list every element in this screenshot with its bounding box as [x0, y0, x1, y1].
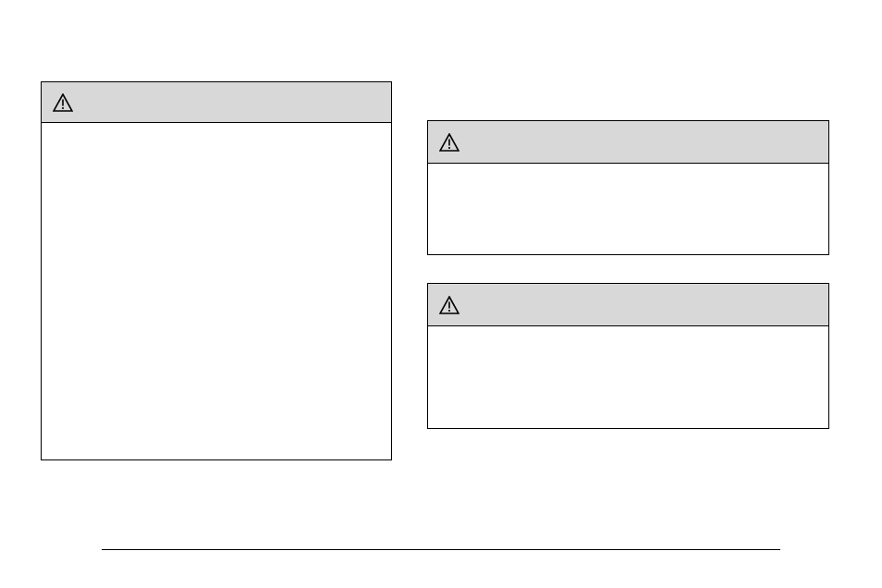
warning-panel-top-right: [427, 120, 829, 255]
warning-icon: [439, 133, 459, 152]
panel-body: [428, 326, 828, 428]
warning-icon: [53, 93, 73, 112]
svg-point-5: [448, 309, 450, 311]
warning-panel-left: [41, 81, 392, 460]
panel-header: [428, 284, 828, 326]
panel-header: [42, 82, 391, 123]
panel-body: [428, 164, 828, 254]
svg-point-3: [448, 146, 450, 148]
warning-panel-bottom-right: [427, 283, 829, 429]
horizontal-divider: [102, 549, 780, 550]
panel-body: [42, 123, 391, 459]
panel-header: [428, 121, 828, 164]
warning-icon: [439, 296, 459, 314]
svg-point-1: [62, 106, 64, 108]
